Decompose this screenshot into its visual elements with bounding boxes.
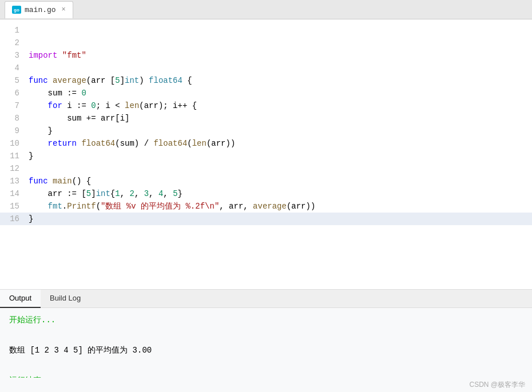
file-tab[interactable]: go main.go × [5,1,73,18]
line-code: sum := 0 [29,87,532,99]
code-line: 7 for i := 0; i < len(arr); i++ { [0,99,532,112]
tab-close-button[interactable]: × [62,6,66,14]
line-number: 3 [0,49,29,62]
line-code: import "fmt" [29,49,532,62]
code-line: 12 [0,162,532,175]
code-editor: 1 2 3 import "fmt" 4 5 func average(arr … [0,19,532,289]
tab-filename: main.go [25,6,56,14]
line-code: func average(arr [5]int) float64 { [29,74,532,87]
output-content: 开始运行... 数组 [1 2 3 4 5] 的平均值为 3.00 运行结束。 [0,308,532,378]
line-code: return float64(sum) / float64(len(arr)) [29,137,532,150]
output-line: 开始运行... [9,314,523,326]
line-number: 16 [0,213,29,225]
tab-build-log[interactable]: Build Log [41,290,90,308]
output-tab-bar: Output Build Log [0,290,532,308]
line-number: 9 [0,125,29,137]
line-code: sum += arr[i] [29,112,532,125]
line-number: 15 [0,200,29,213]
line-number: 4 [0,62,29,74]
code-line: 6 sum := 0 [0,87,532,99]
code-line: 8 sum += arr[i] [0,112,532,125]
line-number: 5 [0,74,29,87]
output-line: 数组 [1 2 3 4 5] 的平均值为 3.00 [9,344,523,357]
code-line: 4 [0,62,532,74]
line-code: } [29,150,532,162]
code-line: 15 fmt.Printf("数组 %v 的平均值为 %.2f\n", arr,… [0,200,532,213]
code-line: 1 [0,24,532,37]
go-icon: go [12,6,21,14]
line-code: for i := 0; i < len(arr); i++ { [29,99,532,112]
code-line: 11 } [0,150,532,162]
tab-bar: go main.go × [0,0,532,19]
line-number: 6 [0,87,29,99]
line-code: } [29,125,532,137]
output-line [9,359,523,371]
code-line: 3 import "fmt" [0,49,532,62]
code-line: 5 func average(arr [5]int) float64 { [0,74,532,87]
line-number: 8 [0,112,29,125]
code-line: 10 return float64(sum) / float64(len(arr… [0,137,532,150]
line-code: func main() { [29,175,532,187]
line-number: 1 [0,24,29,37]
line-number: 12 [0,162,29,175]
code-line-highlighted: 16 } [0,213,532,225]
code-line: 13 func main() { [0,175,532,187]
line-number: 10 [0,137,29,150]
code-line: 14 arr := [5]int{1, 2, 3, 4, 5} [0,187,532,200]
line-number: 11 [0,150,29,162]
output-line [9,329,523,341]
line-number: 13 [0,175,29,187]
line-code: } [29,213,532,225]
line-number: 14 [0,187,29,200]
watermark: CSDN @极客李华 [0,378,532,392]
tab-output[interactable]: Output [0,290,41,308]
line-code: arr := [5]int{1, 2, 3, 4, 5} [29,187,532,200]
line-number: 7 [0,99,29,112]
output-panel: Output Build Log 开始运行... 数组 [1 2 3 4 5] … [0,289,532,392]
code-line: 9 } [0,125,532,137]
code-line: 2 [0,37,532,49]
code-content[interactable]: 1 2 3 import "fmt" 4 5 func average(arr … [0,19,532,289]
line-code: fmt.Printf("数组 %v 的平均值为 %.2f\n", arr, av… [29,200,532,213]
line-number: 2 [0,37,29,49]
